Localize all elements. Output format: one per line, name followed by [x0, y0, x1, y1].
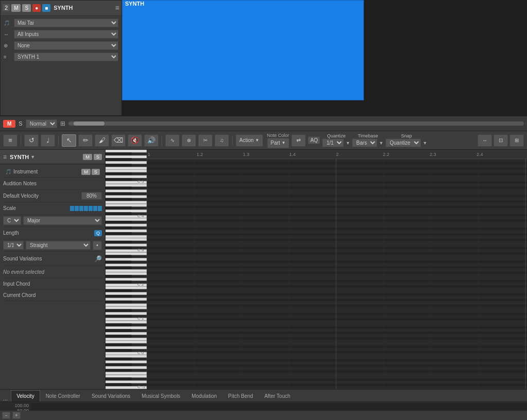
clip-label: SYNTH	[122, 0, 147, 8]
no-event-label: No event selected	[3, 269, 44, 275]
piano-roll-grid[interactable]: 1 1.2 1.3 1.4 2 2.2 2.3 2.4	[147, 150, 527, 389]
track-number: 2	[3, 4, 10, 11]
scale-type-select[interactable]: Major	[23, 216, 102, 225]
eraser-tool-button[interactable]: ⌫	[111, 134, 126, 147]
length-val-select[interactable]: 1/1	[3, 241, 24, 250]
length-label: Length	[3, 230, 92, 236]
bottom-more-icon[interactable]: ...	[0, 395, 11, 401]
mute-tool-button[interactable]: 🔇	[128, 134, 142, 147]
instrument-select[interactable]: Mai Tai	[14, 19, 118, 27]
toolbar-sep-2	[58, 135, 59, 146]
transport-m-button[interactable]: M	[3, 120, 15, 128]
snap-label: Snap	[401, 133, 412, 138]
output-select[interactable]: None	[14, 41, 118, 50]
scissors-tool-button[interactable]: ✂	[198, 134, 213, 147]
color-swap-button[interactable]: ⇄	[291, 134, 306, 147]
timebase-section: Timebase Bars ▼	[352, 133, 383, 147]
panel-title-arrow[interactable]: ▼	[30, 154, 35, 160]
scale-label: Scale	[3, 205, 70, 211]
grid-canvas[interactable]	[147, 159, 527, 389]
bottom-label-100: 100.00	[2, 403, 29, 408]
sound-variations-label: Sound Variations	[3, 256, 92, 261]
tab-pitch-bend[interactable]: Pitch Bend	[222, 390, 258, 401]
loop-right-button[interactable]: ↔	[478, 134, 492, 147]
quantize-label: Quantize	[327, 133, 345, 138]
tab-note-controller[interactable]: Note Controller	[40, 390, 86, 401]
tab-after-touch[interactable]: After Touch	[259, 390, 296, 401]
bottom-line-top	[31, 402, 527, 402]
input-select[interactable]: All Inputs	[14, 30, 118, 39]
action-arrow: ▼	[255, 138, 259, 143]
ruler-mark-1: 1	[148, 152, 150, 157]
input-chord-row: Input Chord	[3, 278, 102, 290]
panel-title-bar: ≡ SYNTH ▼ M S	[0, 150, 105, 164]
note-tool-button[interactable]: ♩	[41, 134, 55, 147]
scale-dot-4	[84, 206, 88, 211]
tab-modulation[interactable]: Modulation	[186, 390, 222, 401]
tab-musical-symbols[interactable]: Musical Symbols	[136, 390, 186, 401]
scale-key-select[interactable]: C	[3, 216, 21, 225]
piano-canvas[interactable]	[106, 150, 147, 389]
track-s-button[interactable]: S	[22, 4, 31, 12]
ruler-mark-6: 2.2	[383, 152, 390, 157]
note-color-val: Part	[271, 140, 280, 146]
transport-bar: M S Normal ⊞	[0, 116, 527, 131]
toolbar-sep-3	[162, 135, 162, 146]
snap-select[interactable]: Quantize	[385, 138, 421, 147]
quantize-select[interactable]: 1/1	[322, 138, 344, 147]
timebase-select[interactable]: Bars	[352, 138, 377, 147]
bottom-minus-button[interactable]: −	[2, 412, 10, 419]
bottom-content: 100.00 50.00 0.00 − +	[0, 402, 527, 420]
note-color-dropdown[interactable]: Part ▼	[267, 138, 289, 148]
default-velocity-row: Default Velocity 80%	[3, 190, 102, 202]
instrument-s-button[interactable]: S	[92, 169, 100, 175]
curve-tool-button[interactable]: ∿	[165, 134, 180, 147]
speaker-tool-button[interactable]: 🔊	[144, 134, 159, 147]
length-row: Length Q	[3, 227, 102, 239]
bottom-plus-button[interactable]: +	[12, 412, 21, 419]
scroll-thumb[interactable]	[74, 121, 104, 126]
tab-sound-variations[interactable]: Sound Variations	[86, 390, 136, 401]
chord-tool-button[interactable]: ♫	[215, 134, 229, 147]
resize-button[interactable]: ⊡	[494, 134, 508, 147]
zoom-tool-button[interactable]: ⊕	[182, 134, 196, 147]
toolbar-sep-4	[232, 135, 233, 146]
grid-ruler: 1 1.2 1.3 1.4 2 2.2 2.3 2.4	[147, 150, 527, 159]
synth-clip[interactable]: SYNTH	[122, 0, 364, 100]
cursor-tool-button[interactable]: ↖	[62, 134, 76, 147]
transport-icon: ⊞	[60, 120, 65, 127]
settings-button[interactable]: ⊞	[510, 134, 524, 147]
pencil-tool-button[interactable]: ✏	[78, 134, 93, 147]
track-menu-button[interactable]: ≡	[115, 4, 119, 12]
track-m-button[interactable]: M	[11, 4, 21, 12]
scale-label-row: Scale	[3, 202, 102, 215]
default-velocity-value[interactable]: 80%	[81, 192, 102, 200]
paint-tool-button[interactable]: 🖌	[95, 134, 109, 147]
sound-variations-icon[interactable]: 🔎	[94, 255, 102, 262]
straight-select[interactable]: Straight	[26, 241, 91, 250]
scale-dot-3	[79, 206, 83, 211]
action-dropdown[interactable]: Action ▼	[236, 134, 263, 147]
audition-label: Audition Notes	[3, 181, 102, 186]
panel-menu-icon[interactable]: ≡	[3, 153, 7, 161]
tab-velocity[interactable]: Velocity	[11, 390, 40, 401]
channel-select[interactable]: SYNTH 1	[14, 52, 118, 61]
track-blue-button[interactable]: ■	[42, 4, 50, 12]
panel-m-button[interactable]: M	[83, 154, 92, 160]
dot-button[interactable]: •	[93, 241, 102, 250]
instrument-m-button[interactable]: M	[81, 169, 91, 175]
channel-icon: ≡	[4, 54, 12, 60]
menu-tool-button[interactable]: ≡	[3, 134, 17, 147]
instrument-row-label: Instrument	[13, 169, 81, 174]
aq-button[interactable]: AQ	[308, 136, 320, 144]
scroll-track[interactable]	[68, 121, 524, 126]
track-rec-button[interactable]: ●	[32, 4, 41, 12]
mode-select[interactable]: Normal	[26, 119, 57, 128]
ruler-mark-3: 1.3	[243, 152, 250, 157]
ruler-mark-2: 1.2	[197, 152, 203, 157]
length-q-badge[interactable]: Q	[94, 230, 102, 236]
panel-s-button[interactable]: S	[94, 154, 102, 160]
loop-tool-button[interactable]: ↺	[24, 134, 39, 147]
timebase-label: Timebase	[358, 133, 378, 138]
current-chord-label: Current Chord	[3, 292, 36, 298]
